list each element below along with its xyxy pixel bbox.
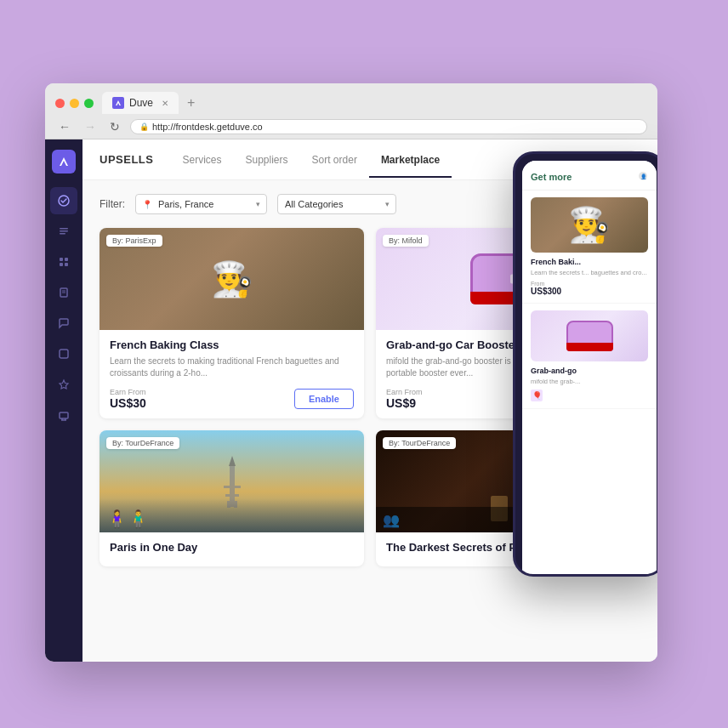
url-text: http://frontdesk.getduve.co bbox=[152, 122, 263, 132]
maximize-dot[interactable] bbox=[84, 99, 94, 108]
card-booster-earn-label: Earn From bbox=[386, 388, 423, 396]
card-booster-price: US$9 bbox=[386, 396, 423, 410]
phone-header: Get more 👤 bbox=[522, 161, 657, 191]
tab-close-button[interactable]: ✕ bbox=[162, 99, 168, 108]
card-booster-by: By: Mifold bbox=[383, 235, 429, 247]
phone-card-baking: French Baki... Learn the secrets t... ba… bbox=[522, 191, 657, 304]
refresh-button[interactable]: ↻ bbox=[106, 118, 123, 135]
sidebar-item-square[interactable] bbox=[50, 340, 77, 367]
location-filter-wrapper: 📍 Paris, France ▾ bbox=[135, 194, 267, 214]
tab-services[interactable]: Services bbox=[170, 142, 233, 178]
svg-rect-7 bbox=[65, 263, 68, 266]
card-paris-day-by: By: TourDeFrance bbox=[106, 437, 179, 449]
address-bar-row: ← → ↻ 🔒 http://frontdesk.getduve.co bbox=[45, 114, 657, 139]
card-baking-by: By: ParisExp bbox=[106, 235, 162, 247]
minimize-dot[interactable] bbox=[70, 99, 79, 108]
top-nav-left: UPSELLS Services Suppliers Sort order Ma… bbox=[100, 142, 452, 178]
phone-baking-title: French Baki... bbox=[531, 258, 648, 266]
phone-baking-image bbox=[531, 197, 648, 253]
card-paris-day-body: Paris in One Day bbox=[100, 532, 364, 566]
svg-rect-2 bbox=[60, 230, 68, 232]
browser-chrome: Duve ✕ + ← → ↻ 🔒 http://frontdesk.getduv… bbox=[45, 83, 657, 139]
window-controls bbox=[55, 99, 94, 108]
svg-rect-20 bbox=[224, 486, 241, 488]
svg-rect-3 bbox=[60, 233, 65, 235]
card-paris-day-image: By: TourDeFrance 🧍‍♀️ bbox=[100, 430, 364, 532]
svg-rect-1 bbox=[60, 228, 68, 230]
app-logo[interactable] bbox=[52, 150, 76, 173]
svg-marker-19 bbox=[229, 456, 236, 466]
lock-icon: 🔒 bbox=[139, 122, 149, 131]
svg-rect-21 bbox=[225, 494, 239, 497]
filter-label: Filter: bbox=[100, 198, 125, 210]
phone-mockup: Get more 👤 French Baki... Learn the secr… bbox=[513, 151, 657, 577]
phone-baking-desc: Learn the secrets t... baguettes and cro… bbox=[531, 269, 648, 277]
svg-rect-12 bbox=[60, 412, 68, 418]
card-dark-paris-by: By: TourDeFrance bbox=[383, 437, 456, 449]
active-tab[interactable]: Duve ✕ bbox=[102, 92, 179, 114]
sidebar-item-book[interactable] bbox=[50, 279, 77, 306]
phone-booster-title: Grab-and-go bbox=[531, 367, 648, 375]
titlebar: Duve ✕ + bbox=[45, 83, 657, 114]
card-booster-price-block: Earn From US$9 bbox=[386, 388, 423, 410]
tab-bar: Duve ✕ + bbox=[102, 92, 647, 114]
tab-title: Duve bbox=[129, 97, 153, 109]
phone-header-title: Get more bbox=[531, 172, 572, 182]
card-baking-body: French Baking Class Learn the secrets to… bbox=[100, 330, 364, 418]
tab-favicon bbox=[112, 97, 124, 109]
phone-booster-image bbox=[531, 310, 648, 361]
nav-tabs: Services Suppliers Sort order Marketplac… bbox=[170, 142, 452, 178]
forward-button[interactable]: → bbox=[81, 118, 100, 135]
phone-booster-desc: mifold the grab-... bbox=[531, 378, 648, 386]
browser-window: Duve ✕ + ← → ↻ 🔒 http://frontdesk.getduv… bbox=[45, 83, 657, 662]
tab-sort-order[interactable]: Sort order bbox=[300, 142, 369, 178]
category-filter-wrapper: All Categories ▾ bbox=[277, 194, 396, 214]
phone-baking-price: US$300 bbox=[531, 287, 648, 296]
svg-rect-4 bbox=[60, 258, 63, 261]
card-baking-price-block: Earn From US$30 bbox=[110, 388, 146, 410]
sidebar-item-grid[interactable] bbox=[50, 248, 77, 276]
back-button[interactable]: ← bbox=[55, 118, 74, 135]
card-baking-image: By: ParisExp bbox=[100, 228, 364, 330]
phone-card-booster: Grab-and-go mifold the grab-... 🎈 bbox=[522, 304, 657, 409]
sidebar-item-chat[interactable] bbox=[50, 310, 77, 337]
phone-baking-price-label: From bbox=[531, 281, 648, 287]
card-baking-footer: Earn From US$30 Enable bbox=[110, 388, 354, 410]
sidebar bbox=[45, 139, 82, 662]
card-baking-earn-label: Earn From bbox=[110, 388, 146, 396]
sidebar-item-check[interactable] bbox=[50, 187, 77, 214]
phone-screen: Get more 👤 French Baki... Learn the secr… bbox=[522, 161, 657, 577]
url-bar[interactable]: 🔒 http://frontdesk.getduve.co bbox=[130, 119, 647, 134]
card-baking-desc: Learn the secrets to making traditional … bbox=[110, 355, 354, 379]
card-paris-day: By: TourDeFrance 🧍‍♀️ bbox=[100, 430, 364, 566]
phone-header-sub: 👤 bbox=[638, 171, 648, 183]
category-filter[interactable]: All Categories bbox=[277, 194, 396, 214]
svg-rect-6 bbox=[60, 263, 63, 266]
close-dot[interactable] bbox=[55, 99, 65, 108]
sidebar-item-tv[interactable] bbox=[50, 401, 77, 429]
page-title: UPSELLS bbox=[100, 153, 153, 166]
svg-rect-5 bbox=[65, 258, 68, 261]
card-baking-price: US$30 bbox=[110, 396, 146, 410]
card-baking: By: ParisExp French Baking Class Learn t… bbox=[100, 228, 364, 418]
card-baking-title: French Baking Class bbox=[110, 338, 354, 351]
card-baking-enable-button[interactable]: Enable bbox=[294, 389, 354, 409]
tab-marketplace[interactable]: Marketplace bbox=[369, 142, 452, 178]
sidebar-item-star[interactable] bbox=[50, 371, 77, 398]
location-filter[interactable]: Paris, France bbox=[135, 194, 267, 214]
card-paris-day-title: Paris in One Day bbox=[110, 541, 354, 554]
new-tab-button[interactable]: + bbox=[182, 95, 200, 111]
tab-suppliers[interactable]: Suppliers bbox=[233, 142, 299, 178]
svg-text:👤: 👤 bbox=[640, 173, 647, 180]
svg-rect-11 bbox=[60, 350, 68, 358]
sidebar-item-list[interactable] bbox=[50, 218, 77, 245]
